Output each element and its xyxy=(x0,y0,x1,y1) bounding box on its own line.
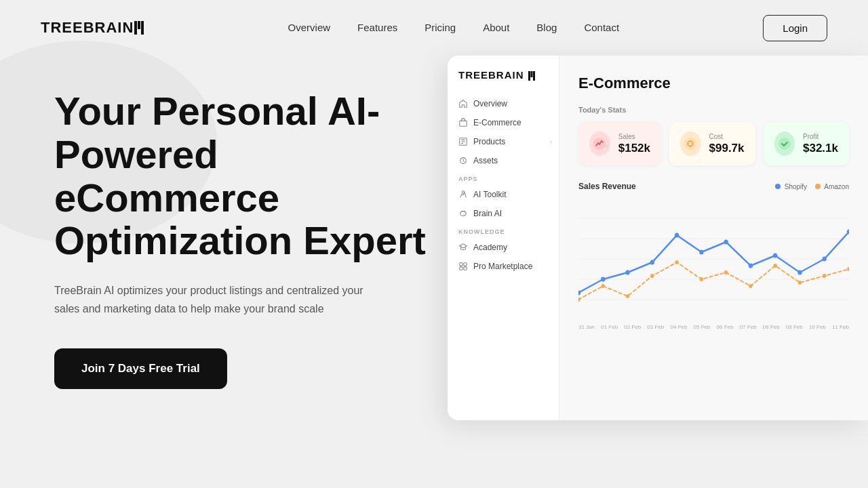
svg-point-42 xyxy=(724,270,728,274)
sidebar-item-pro-marketplace[interactable]: Pro Marketplace xyxy=(448,257,559,276)
sales-icon xyxy=(589,131,610,156)
sidebar-item-overview[interactable]: Overview xyxy=(448,94,559,113)
svg-point-34 xyxy=(823,257,827,262)
sidebar-item-ai-toolkit[interactable]: AI Toolkit xyxy=(448,185,559,204)
chart-section: Sales Revenue Shopify Amazon xyxy=(578,182,849,330)
svg-rect-1 xyxy=(138,21,140,29)
sidebar-item-brain-ai[interactable]: Brain AI xyxy=(448,204,559,223)
svg-point-29 xyxy=(699,250,703,255)
stat-card-cost: Cost $99.7k xyxy=(669,122,755,165)
svg-point-37 xyxy=(601,284,605,288)
sales-chart-icon xyxy=(593,137,606,150)
svg-point-30 xyxy=(724,240,728,245)
profit-icon xyxy=(774,131,795,156)
sales-chart-svg xyxy=(578,198,849,317)
dashboard-card: TREEBRAIN Overview E-Commerce xyxy=(448,56,868,420)
sales-stat-info: Sales $152k xyxy=(618,133,650,155)
shopify-legend-dot xyxy=(775,184,781,189)
marketplace-icon xyxy=(458,262,468,271)
svg-point-46 xyxy=(823,274,826,278)
svg-rect-4 xyxy=(530,71,532,77)
svg-point-27 xyxy=(650,260,654,265)
profit-check-icon xyxy=(778,137,791,150)
dashboard-logo: TREEBRAIN xyxy=(448,69,559,94)
cost-stat-name: Cost xyxy=(709,133,745,140)
svg-point-28 xyxy=(675,233,679,238)
apps-section-label: APPS xyxy=(448,170,559,185)
profit-stat-info: Profit $32.1k xyxy=(803,133,838,155)
asset-icon xyxy=(458,156,468,165)
chart-legend: Shopify Amazon xyxy=(775,183,849,190)
sidebar-item-ecommerce[interactable]: E-Commerce xyxy=(448,113,559,132)
home-icon xyxy=(458,99,468,108)
box-icon xyxy=(458,137,468,146)
svg-point-10 xyxy=(460,211,467,216)
knowledge-section-label: KNOWLEDGE xyxy=(448,223,559,238)
profit-stat-value: $32.1k xyxy=(803,142,838,155)
svg-point-43 xyxy=(749,284,752,288)
dashboard-page-title: E-Commerce xyxy=(578,75,849,92)
svg-rect-11 xyxy=(460,263,462,266)
svg-rect-12 xyxy=(464,263,467,266)
academy-icon xyxy=(458,243,468,252)
nav-blog[interactable]: Blog xyxy=(536,22,557,34)
svg-point-38 xyxy=(626,294,629,298)
toolkit-icon xyxy=(458,190,468,199)
sidebar-item-academy[interactable]: Academy xyxy=(448,238,559,257)
stats-label: Today's Stats xyxy=(578,106,849,114)
dashboard-main: E-Commerce Today's Stats Sales $152k xyxy=(559,56,868,420)
svg-rect-14 xyxy=(464,267,467,270)
svg-point-32 xyxy=(773,253,777,258)
svg-point-18 xyxy=(778,138,791,150)
cost-chart-icon xyxy=(684,137,697,150)
svg-rect-2 xyxy=(141,21,144,35)
sales-stat-name: Sales xyxy=(618,133,650,140)
chart-container xyxy=(578,198,849,320)
svg-point-26 xyxy=(625,270,629,275)
svg-rect-3 xyxy=(528,71,530,81)
dashboard-logo-icon xyxy=(528,71,535,81)
sidebar-item-products[interactable]: Products › xyxy=(448,132,559,151)
cost-stat-info: Cost $99.7k xyxy=(709,133,745,155)
svg-point-40 xyxy=(675,260,678,264)
nav-about[interactable]: About xyxy=(483,22,509,34)
svg-point-47 xyxy=(847,267,849,271)
nav-features[interactable]: Features xyxy=(357,22,397,34)
login-button[interactable]: Login xyxy=(763,15,827,41)
cta-button[interactable]: Join 7 Days Free Trial xyxy=(54,348,227,389)
svg-rect-5 xyxy=(533,71,535,81)
navbar: TREEBRAIN Overview Features Pricing Abou… xyxy=(0,0,868,56)
svg-rect-13 xyxy=(460,267,462,270)
svg-point-33 xyxy=(797,270,802,275)
chart-dates: 31 Jan 01 Feb 02 Feb 03 Feb 04 Feb 05 Fe… xyxy=(578,324,849,330)
svg-point-25 xyxy=(601,277,605,282)
svg-point-41 xyxy=(700,277,703,281)
nav-links: Overview Features Pricing About Blog Con… xyxy=(288,22,620,34)
profit-stat-name: Profit xyxy=(803,133,838,140)
svg-rect-6 xyxy=(460,121,467,126)
logo: TREEBRAIN xyxy=(41,19,144,37)
shop-icon xyxy=(458,118,468,127)
svg-point-44 xyxy=(773,264,776,268)
hero-title: Your Personal AI-Powered eCommerce Optim… xyxy=(54,89,448,262)
svg-point-31 xyxy=(749,264,753,268)
chevron-icon: › xyxy=(550,138,552,145)
legend-amazon: Amazon xyxy=(815,183,849,190)
logo-icon xyxy=(134,21,144,35)
svg-rect-0 xyxy=(134,21,137,35)
cost-icon xyxy=(680,131,701,156)
brain-icon xyxy=(458,209,468,218)
dashboard-sidebar: TREEBRAIN Overview E-Commerce xyxy=(448,56,559,420)
sales-stat-value: $152k xyxy=(618,142,650,155)
stat-card-profit: Profit $32.1k xyxy=(764,122,849,165)
svg-point-16 xyxy=(684,138,696,150)
nav-contact[interactable]: Contact xyxy=(584,22,619,34)
sidebar-item-assets[interactable]: Assets xyxy=(448,151,559,170)
amazon-legend-dot xyxy=(815,184,821,189)
svg-point-45 xyxy=(798,281,802,285)
stats-row: Sales $152k Cost $99.7k xyxy=(578,122,849,165)
nav-home[interactable]: Overview xyxy=(288,22,331,34)
svg-point-9 xyxy=(462,191,465,194)
cost-stat-value: $99.7k xyxy=(709,142,745,155)
nav-pricing[interactable]: Pricing xyxy=(425,22,456,34)
